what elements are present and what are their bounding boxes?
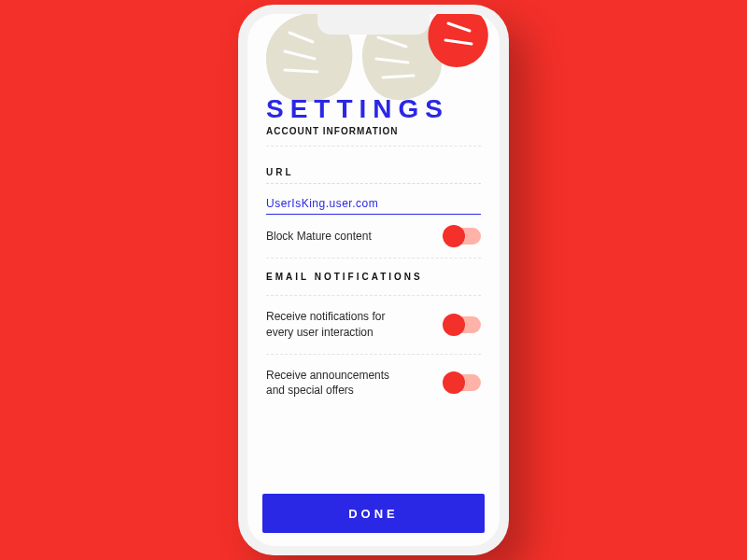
url-label: URL: [266, 167, 481, 184]
email-notifications-heading: EMAIL NOTIFICATIONS: [266, 259, 481, 296]
notch: [317, 14, 430, 35]
done-button[interactable]: DONE: [262, 494, 485, 533]
row-notify-interaction: Receive notifications for every user int…: [266, 296, 481, 355]
phone-frame: 4:20 SETTINGS ACCOUNT INFORMATIO: [238, 5, 509, 555]
content-area: SETTINGS ACCOUNT INFORMATION URL Block M…: [266, 94, 481, 488]
notify-interaction-toggle[interactable]: [445, 316, 481, 333]
divider: [266, 146, 481, 147]
block-mature-label: Block Mature content: [266, 229, 372, 245]
url-input[interactable]: [266, 191, 481, 215]
screen: 4:20 SETTINGS ACCOUNT INFORMATIO: [247, 14, 500, 546]
announcements-label: Receive announcements and special offers: [266, 368, 406, 399]
row-block-mature: Block Mature content: [266, 215, 481, 259]
block-mature-toggle[interactable]: [445, 228, 481, 245]
page-subtitle: ACCOUNT INFORMATION: [266, 126, 481, 136]
done-label: DONE: [348, 507, 399, 521]
page-title: SETTINGS: [266, 94, 481, 124]
notify-interaction-label: Receive notifications for every user int…: [266, 309, 406, 341]
announcements-toggle[interactable]: [445, 374, 481, 391]
row-announcements: Receive announcements and special offers: [266, 355, 481, 413]
